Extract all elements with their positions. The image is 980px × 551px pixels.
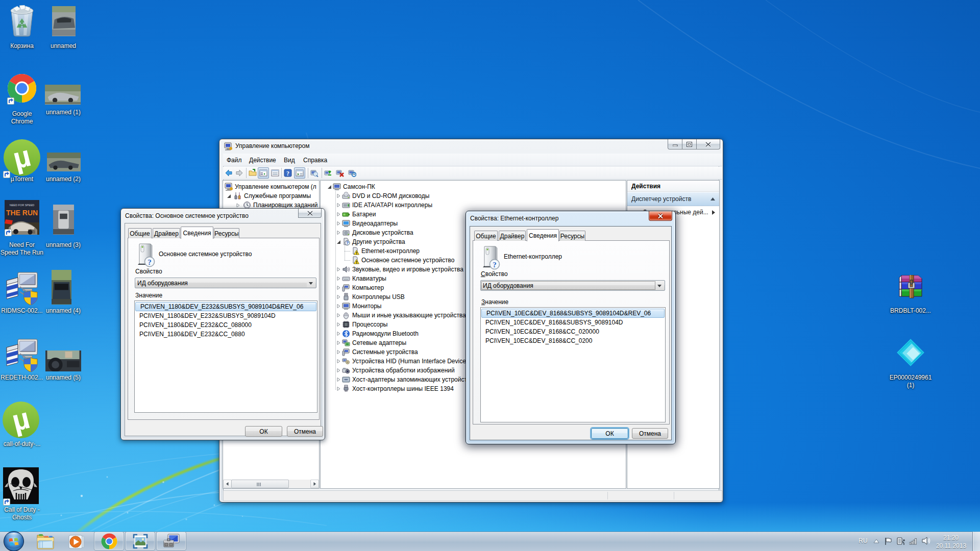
- svg-text:?: ?: [286, 170, 289, 177]
- svg-text:NEED FOR SPEED: NEED FOR SPEED: [10, 204, 35, 207]
- svg-text:?: ?: [148, 258, 152, 266]
- svg-text:?: ?: [346, 240, 349, 245]
- svg-text:THE RUN: THE RUN: [6, 209, 38, 217]
- svg-text:?: ?: [493, 261, 497, 269]
